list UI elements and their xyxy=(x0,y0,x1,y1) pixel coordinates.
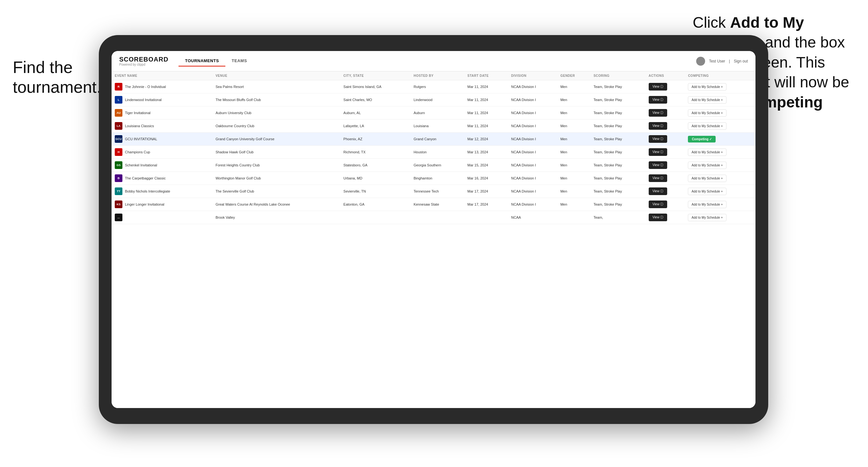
start-date-cell: Mar 16, 2024 xyxy=(464,172,508,185)
venue-cell: Worthington Manor Golf Club xyxy=(212,172,340,185)
start-date-cell: Mar 11, 2024 xyxy=(464,120,508,133)
event-name: Bobby Nichols Intercollegiate xyxy=(125,189,170,193)
view-button[interactable]: View ⓘ xyxy=(649,175,667,182)
venue-cell: The Sevierville Golf Club xyxy=(212,185,340,198)
logo-subtitle: Powered by clippd xyxy=(119,63,168,66)
view-button[interactable]: View ⓘ xyxy=(649,83,667,91)
event-name-cell: GS Schenkel Invitational xyxy=(112,159,212,172)
sign-out-link[interactable]: Sign out xyxy=(734,59,748,63)
event-name-cell: TT Bobby Nichols Intercollegiate xyxy=(112,185,212,198)
table-row: KS Linger Longer Invitational Great Wate… xyxy=(112,198,755,211)
actions-cell: View ⓘ xyxy=(646,106,685,120)
add-schedule-button[interactable]: Add to My Schedule + xyxy=(688,175,726,182)
competing-cell: Add to My Schedule + xyxy=(685,159,755,172)
table-row: AU Tiger Invitational Auburn University … xyxy=(112,106,755,120)
view-button[interactable]: View ⓘ xyxy=(649,161,667,169)
team-logo: B xyxy=(115,175,122,182)
actions-cell: View ⓘ xyxy=(646,146,685,159)
gender-cell: Men xyxy=(557,185,590,198)
event-name: Louisiana Classics xyxy=(125,124,154,128)
col-actions: ACTIONS xyxy=(646,71,685,80)
actions-cell: View ⓘ xyxy=(646,172,685,185)
gender-cell: Men xyxy=(557,93,590,106)
col-city-state: CITY, STATE xyxy=(340,71,410,80)
add-schedule-button[interactable]: Add to My Schedule + xyxy=(688,162,726,169)
view-button[interactable]: View ⓘ xyxy=(649,135,667,143)
add-schedule-button[interactable]: Add to My Schedule + xyxy=(688,110,726,117)
competing-cell: Add to My Schedule + xyxy=(685,211,755,224)
add-schedule-button[interactable]: Add to My Schedule + xyxy=(688,188,726,195)
logo-title: SCOREBOARD xyxy=(119,56,168,62)
competing-cell: Add to My Schedule + xyxy=(685,93,755,106)
actions-cell: View ⓘ xyxy=(646,80,685,93)
competing-cell: Add to My Schedule + xyxy=(685,106,755,120)
hosted-by-cell: Rutgers xyxy=(410,80,464,93)
add-schedule-button[interactable]: Add to My Schedule + xyxy=(688,149,726,156)
view-button[interactable]: View ⓘ xyxy=(649,187,667,195)
tournaments-table: EVENT NAME VENUE CITY, STATE HOSTED BY S… xyxy=(112,71,755,224)
venue-cell: Auburn University Club xyxy=(212,106,340,120)
header-right: Test User | Sign out xyxy=(696,57,748,66)
competing-button[interactable]: Competing ✓ xyxy=(688,136,716,143)
add-schedule-button[interactable]: Add to My Schedule + xyxy=(688,214,726,221)
venue-cell: The Missouri Bluffs Golf Club xyxy=(212,93,340,106)
event-name-cell: H Champions Cup xyxy=(112,146,212,159)
user-avatar xyxy=(696,57,705,66)
col-hosted-by: HOSTED BY xyxy=(410,71,464,80)
table-row: GS Schenkel Invitational Forest Heights … xyxy=(112,159,755,172)
table-row: B The Carpetbagger Classic Worthington M… xyxy=(112,172,755,185)
scoring-cell: Team, Stroke Play xyxy=(590,80,646,93)
logo-area: SCOREBOARD Powered by clippd xyxy=(119,56,168,66)
scoring-cell: Team, xyxy=(590,211,646,224)
gender-cell: Men xyxy=(557,106,590,120)
start-date-cell: Mar 15, 2024 xyxy=(464,159,508,172)
add-schedule-button[interactable]: Add to My Schedule + xyxy=(688,96,726,103)
view-button[interactable]: View ⓘ xyxy=(649,122,667,130)
city-state-cell: Richmond, TX xyxy=(340,146,410,159)
add-schedule-button[interactable]: Add to My Schedule + xyxy=(688,122,726,130)
hosted-by-cell: Grand Canyon xyxy=(410,133,464,146)
scoring-cell: Team, Stroke Play xyxy=(590,106,646,120)
city-state-cell: Urbana, MD xyxy=(340,172,410,185)
tab-tournaments[interactable]: TOURNAMENTS xyxy=(179,56,225,67)
view-button[interactable]: View ⓘ xyxy=(649,200,667,208)
actions-cell: View ⓘ xyxy=(646,198,685,211)
view-button[interactable]: View ⓘ xyxy=(649,109,667,117)
scoring-cell: Team, Stroke Play xyxy=(590,159,646,172)
tablet-frame: SCOREBOARD Powered by clippd TOURNAMENTS… xyxy=(99,35,768,424)
venue-cell: Grand Canyon University Golf Course xyxy=(212,133,340,146)
division-cell: NCAA xyxy=(508,211,557,224)
user-name: Test User xyxy=(709,59,725,63)
team-logo: LA xyxy=(115,122,122,130)
add-schedule-button[interactable]: Add to My Schedule + xyxy=(688,201,726,208)
scoring-cell: Team, Stroke Play xyxy=(590,172,646,185)
competing-cell: Competing ✓ xyxy=(685,133,755,146)
start-date-cell: Mar 17, 2024 xyxy=(464,185,508,198)
table-row: LA Louisiana Classics Oakbourne Country … xyxy=(112,120,755,133)
event-name: GCU INVITATIONAL xyxy=(125,137,157,141)
team-logo: ... xyxy=(115,214,122,221)
division-cell: NCAA Division I xyxy=(508,185,557,198)
venue-cell: Brook Valley xyxy=(212,211,340,224)
team-logo: KS xyxy=(115,200,122,208)
view-button[interactable]: View ⓘ xyxy=(649,96,667,103)
scoring-cell: Team, Stroke Play xyxy=(590,93,646,106)
division-cell: NCAA Division I xyxy=(508,93,557,106)
city-state-cell: Saint Simons Island, GA xyxy=(340,80,410,93)
view-button[interactable]: View ⓘ xyxy=(649,148,667,156)
col-start-date: START DATE xyxy=(464,71,508,80)
hosted-by-cell: Louisiana xyxy=(410,120,464,133)
start-date-cell: Mar 13, 2024 xyxy=(464,146,508,159)
view-button[interactable]: View ⓘ xyxy=(649,214,667,221)
table-row: ... Brook ValleyNCAATeam,View ⓘAdd to My… xyxy=(112,211,755,224)
start-date-cell: Mar 11, 2024 xyxy=(464,106,508,120)
gender-cell: Men xyxy=(557,159,590,172)
event-name: The Carpetbagger Classic xyxy=(125,176,166,180)
add-schedule-button[interactable]: Add to My Schedule + xyxy=(688,83,726,91)
team-logo: AU xyxy=(115,109,122,117)
team-logo: H xyxy=(115,148,122,156)
tab-teams[interactable]: TEAMS xyxy=(225,56,253,67)
col-event-name: EVENT NAME xyxy=(112,71,212,80)
col-venue: VENUE xyxy=(212,71,340,80)
start-date-cell: Mar 12, 2024 xyxy=(464,133,508,146)
